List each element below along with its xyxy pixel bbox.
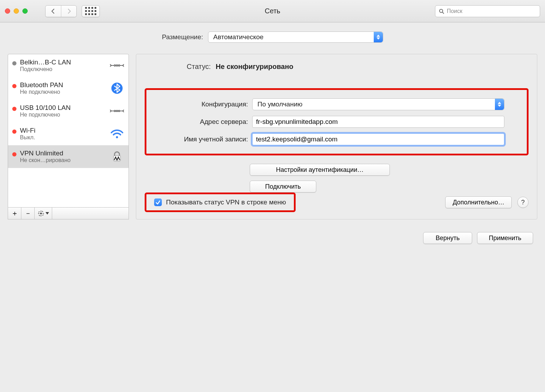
sidebar-item-vpn-unlimited[interactable]: VPN Unlimited Не скон…рировано bbox=[8, 145, 129, 168]
svg-point-2 bbox=[114, 65, 116, 66]
sidebar-item-status: Не подключено bbox=[20, 112, 106, 118]
window-traffic-lights bbox=[5, 8, 28, 14]
sidebar-item-status: Выкл. bbox=[20, 134, 106, 141]
main-bottom-row: Показывать статус VPN в строке меню Допо… bbox=[145, 192, 529, 212]
svg-point-11 bbox=[40, 212, 42, 214]
sidebar-item-status: Не подключено bbox=[20, 89, 106, 95]
configuration-label: Конфигурация: bbox=[153, 100, 248, 108]
show-vpn-menu-label: Показывать статус VPN в строке меню bbox=[166, 198, 286, 206]
server-address-label: Адрес сервера: bbox=[153, 118, 248, 126]
search-icon bbox=[439, 8, 444, 14]
ethernet-icon bbox=[110, 105, 124, 117]
svg-marker-20 bbox=[46, 212, 49, 215]
sidebar-item-name: Bluetooth PAN bbox=[20, 81, 106, 89]
status-label: Статус: bbox=[187, 63, 211, 71]
window-toolbar: Сеть bbox=[0, 0, 545, 22]
advanced-button[interactable]: Дополнительно… bbox=[445, 196, 512, 208]
minimize-window-button[interactable] bbox=[14, 8, 19, 14]
location-row: Размещение: Автоматическое bbox=[8, 31, 537, 43]
show-vpn-menu-highlight: Показывать статус VPN в строке меню bbox=[145, 192, 296, 212]
split-pane: Belkin…B-C LAN Подключено Bluetooth PAN … bbox=[8, 54, 537, 219]
svg-rect-15 bbox=[42, 213, 44, 214]
bluetooth-icon bbox=[110, 83, 124, 94]
gear-icon bbox=[38, 210, 44, 217]
sidebar-item-usb-lan[interactable]: USB 10/100 LAN Не подключено bbox=[8, 100, 129, 122]
search-input[interactable] bbox=[447, 8, 536, 14]
status-value: Не сконфигурировано bbox=[216, 63, 294, 71]
select-stepper-icon bbox=[374, 32, 383, 42]
select-stepper-icon bbox=[495, 99, 504, 110]
wifi-icon bbox=[110, 128, 124, 139]
apply-button[interactable]: Применить bbox=[477, 232, 533, 244]
service-actions-button[interactable] bbox=[35, 208, 52, 219]
main-panel: Статус: Не сконфигурировано Конфигурация… bbox=[136, 54, 537, 219]
configuration-value: По умолчанию bbox=[257, 100, 303, 108]
location-label: Размещение: bbox=[162, 33, 203, 41]
configuration-select[interactable]: По умолчанию bbox=[252, 98, 504, 110]
auth-settings-button[interactable]: Настройки аутентификации… bbox=[250, 164, 390, 176]
lock-icon bbox=[110, 151, 124, 162]
svg-rect-18 bbox=[42, 211, 43, 212]
account-name-label: Имя учетной записи: bbox=[153, 135, 248, 143]
sidebar-item-bluetooth-pan[interactable]: Bluetooth PAN Не подключено bbox=[8, 77, 129, 100]
status-dot-icon bbox=[12, 84, 16, 88]
svg-point-9 bbox=[116, 136, 118, 138]
server-address-input[interactable] bbox=[252, 116, 504, 128]
svg-point-4 bbox=[118, 65, 120, 66]
revert-button[interactable]: Вернуть bbox=[423, 232, 472, 244]
sidebar-item-name: USB 10/100 LAN bbox=[20, 104, 106, 112]
remove-service-button[interactable]: － bbox=[21, 208, 35, 219]
svg-point-6 bbox=[114, 110, 116, 112]
location-select[interactable]: Автоматическое bbox=[208, 31, 383, 43]
back-button[interactable] bbox=[46, 6, 61, 17]
sidebar-item-name: Belkin…B-C LAN bbox=[20, 58, 106, 66]
svg-rect-13 bbox=[41, 215, 41, 216]
grid-icon bbox=[85, 7, 96, 15]
check-icon bbox=[156, 200, 160, 205]
status-dot-icon bbox=[12, 107, 16, 111]
svg-rect-19 bbox=[39, 215, 40, 216]
add-service-button[interactable]: ＋ bbox=[8, 208, 21, 219]
close-window-button[interactable] bbox=[5, 8, 10, 14]
svg-line-1 bbox=[442, 12, 444, 13]
status-dot-icon bbox=[12, 152, 16, 156]
network-service-list: Belkin…B-C LAN Подключено Bluetooth PAN … bbox=[8, 54, 129, 208]
sidebar-item-status: Подключено bbox=[20, 66, 106, 72]
sidebar-item-belkin-lan[interactable]: Belkin…B-C LAN Подключено bbox=[8, 54, 129, 77]
window-footer-buttons: Вернуть Применить bbox=[8, 232, 537, 244]
plus-icon: ＋ bbox=[11, 209, 18, 218]
svg-rect-12 bbox=[41, 210, 41, 212]
svg-rect-17 bbox=[42, 214, 43, 216]
svg-point-7 bbox=[116, 110, 118, 112]
connect-button[interactable]: Подключить bbox=[250, 181, 316, 192]
status-dot-icon bbox=[12, 61, 16, 65]
nav-back-forward bbox=[45, 5, 77, 17]
minus-icon: － bbox=[25, 209, 32, 218]
search-field[interactable] bbox=[435, 5, 540, 17]
svg-point-3 bbox=[116, 65, 118, 66]
network-sidebar: Belkin…B-C LAN Подключено Bluetooth PAN … bbox=[8, 54, 129, 219]
sidebar-item-wifi[interactable]: Wi-Fi Выкл. bbox=[8, 122, 129, 145]
forward-button[interactable] bbox=[61, 6, 76, 17]
chevron-down-icon bbox=[46, 212, 49, 215]
vpn-button-column: Настройки аутентификации… Подключить bbox=[250, 164, 529, 192]
location-selected-value: Автоматическое bbox=[213, 33, 264, 41]
content-area: Размещение: Автоматическое Belkin…B-C LA… bbox=[0, 22, 545, 254]
vpn-config-highlight: Конфигурация: По умолчанию Адрес сервера… bbox=[145, 88, 529, 155]
show-all-prefs-button[interactable] bbox=[82, 5, 100, 17]
status-row: Статус: Не сконфигурировано bbox=[187, 63, 529, 71]
svg-rect-14 bbox=[38, 213, 39, 214]
zoom-window-button[interactable] bbox=[22, 8, 28, 14]
help-button[interactable]: ? bbox=[517, 197, 529, 208]
sidebar-item-status: Не скон…рировано bbox=[20, 157, 106, 163]
svg-point-8 bbox=[118, 110, 120, 112]
account-name-input[interactable] bbox=[252, 133, 504, 145]
status-dot-icon bbox=[12, 130, 16, 134]
help-icon: ? bbox=[521, 199, 525, 206]
show-vpn-menu-checkbox[interactable] bbox=[154, 198, 162, 206]
svg-rect-16 bbox=[38, 211, 40, 212]
sidebar-item-name: Wi-Fi bbox=[20, 127, 106, 134]
sidebar-footer: ＋ － bbox=[8, 208, 129, 219]
sidebar-item-name: VPN Unlimited bbox=[20, 149, 106, 157]
ethernet-icon bbox=[110, 60, 124, 71]
